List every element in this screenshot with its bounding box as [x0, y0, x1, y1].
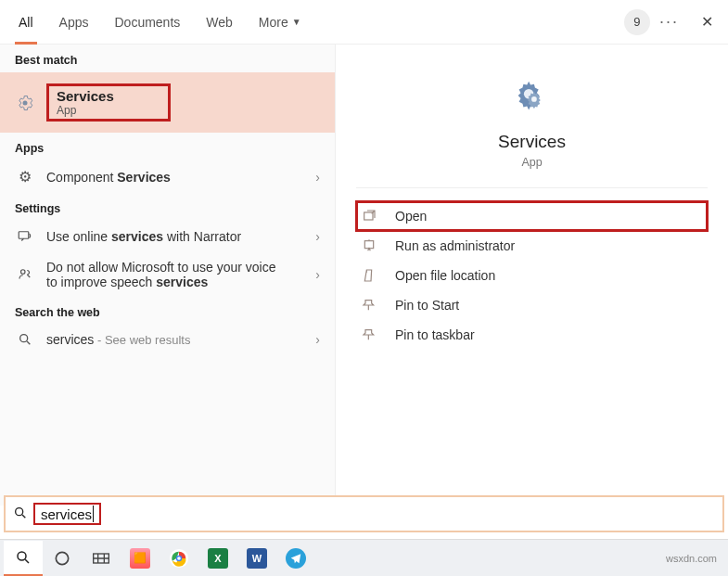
tab-apps[interactable]: Apps — [46, 0, 102, 45]
svg-point-15 — [177, 557, 181, 560]
tab-more[interactable]: More▼ — [246, 0, 314, 45]
svg-rect-1 — [19, 232, 29, 239]
search-icon — [13, 506, 28, 523]
shield-icon — [362, 238, 382, 253]
gear-icon — [15, 94, 35, 112]
result-narrator-services[interactable]: Use online services with Narrator › — [0, 221, 335, 252]
taskbar-search-button[interactable] — [4, 541, 43, 576]
speech-icon — [15, 266, 35, 283]
result-text: services - See web results — [46, 332, 190, 347]
services-gear-icon — [511, 76, 554, 119]
action-label: Open — [395, 209, 427, 224]
search-input[interactable]: services — [33, 503, 101, 525]
taskbar-app-excel[interactable]: X — [198, 541, 237, 576]
text-cursor — [93, 506, 94, 522]
narrator-icon — [15, 228, 35, 245]
taskbar-taskview-button[interactable] — [82, 541, 121, 576]
result-title: Services — [57, 88, 114, 104]
result-web-search[interactable]: services - See web results › — [0, 325, 335, 354]
svg-point-9 — [16, 507, 23, 515]
taskbar-app-store[interactable]: 🟧 — [121, 541, 160, 576]
taskbar: 🟧 X W wsxdn.com — [0, 539, 728, 576]
result-subtitle: App — [57, 104, 114, 117]
action-label: Pin to Start — [395, 298, 459, 313]
notification-badge[interactable]: 9 — [624, 9, 650, 35]
result-speech-services[interactable]: Do not allow Microsoft to use your voice… — [0, 252, 335, 297]
search-icon — [15, 332, 35, 347]
tab-all[interactable]: All — [6, 0, 46, 45]
search-filter-tabs: All Apps Documents Web More▼ 9 ··· ✕ — [0, 0, 728, 45]
component-icon: ⚙ — [15, 168, 35, 186]
tab-documents[interactable]: Documents — [101, 0, 193, 45]
chevron-right-icon: › — [315, 332, 320, 347]
result-text: Use online services with Narrator — [46, 229, 241, 244]
preview-panel: Services App Open Run as administrator O… — [336, 45, 728, 506]
taskbar-app-word[interactable]: W — [237, 541, 276, 576]
action-label: Run as administrator — [395, 238, 515, 253]
section-apps: Apps — [0, 133, 335, 160]
action-label: Open file location — [395, 268, 495, 283]
more-options-icon[interactable]: ··· — [659, 12, 679, 32]
section-settings: Settings — [0, 193, 335, 221]
preview-title: Services — [356, 132, 708, 152]
section-search-web: Search the web — [0, 297, 335, 325]
chevron-right-icon: › — [315, 267, 320, 282]
action-open-location[interactable]: Open file location — [356, 261, 708, 290]
taskbar-cortana-button[interactable] — [43, 541, 82, 576]
action-label: Pin to taskbar — [395, 327, 475, 342]
svg-point-10 — [18, 552, 26, 560]
taskbar-app-chrome[interactable] — [160, 541, 198, 576]
svg-point-3 — [20, 335, 28, 342]
result-text: Component Services — [46, 170, 171, 185]
tab-web[interactable]: Web — [193, 0, 246, 45]
action-pin-start[interactable]: Pin to Start — [356, 290, 708, 320]
svg-point-11 — [56, 552, 68, 564]
svg-point-0 — [23, 100, 28, 105]
preview-subtitle: App — [356, 156, 708, 169]
pin-icon — [362, 298, 382, 313]
svg-point-6 — [531, 96, 537, 102]
section-best-match: Best match — [0, 45, 335, 72]
action-pin-taskbar[interactable]: Pin to taskbar — [356, 320, 708, 350]
chevron-right-icon: › — [315, 170, 320, 185]
search-bar[interactable]: services — [4, 495, 724, 532]
results-panel: Best match Services App Apps ⚙ Component… — [0, 45, 336, 506]
close-button[interactable]: ✕ — [692, 13, 722, 31]
svg-point-2 — [21, 270, 26, 275]
result-component-services[interactable]: ⚙ Component Services › — [0, 160, 335, 193]
taskbar-app-telegram[interactable] — [276, 541, 315, 576]
open-icon — [362, 209, 382, 224]
result-text: Do not allow Microsoft to use your voice… — [46, 260, 278, 289]
pin-icon — [362, 327, 382, 342]
action-open[interactable]: Open — [356, 201, 708, 231]
folder-icon — [362, 268, 382, 283]
watermark: wsxdn.com — [666, 553, 717, 564]
action-run-admin[interactable]: Run as administrator — [356, 231, 708, 261]
chevron-right-icon: › — [315, 229, 320, 244]
result-services-app[interactable]: Services App — [0, 72, 335, 133]
chevron-down-icon: ▼ — [292, 17, 301, 27]
